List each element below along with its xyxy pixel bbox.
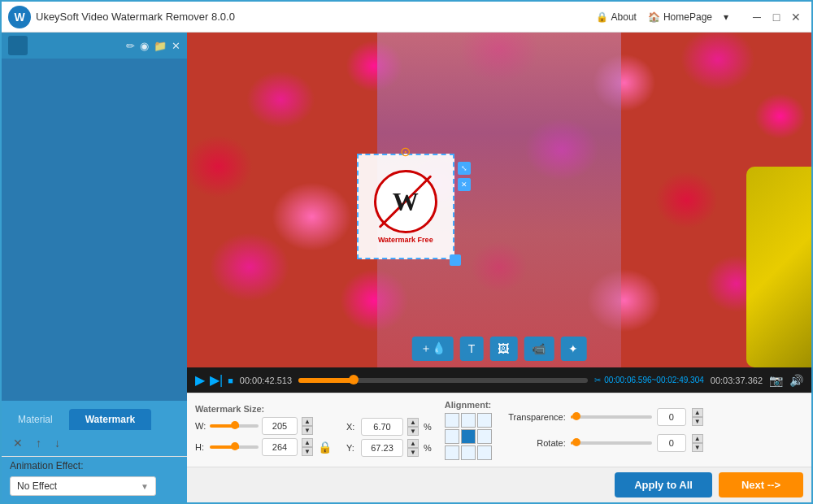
x-input[interactable] [361,418,403,436]
dropdown-button[interactable]: ▾ [724,11,728,23]
add-watermark-icon[interactable]: ＋💧 [412,337,454,361]
tab-material[interactable]: Material [2,409,69,430]
w-slider[interactable] [210,424,259,428]
rotate-slider[interactable] [571,441,652,445]
stop-button[interactable]: ■ [228,376,233,385]
h-slider[interactable] [210,445,259,449]
watermark-logo: W [373,169,438,234]
y-spin-up[interactable]: ▲ [407,439,419,448]
align-br[interactable] [477,445,492,460]
transparency-handle[interactable] [572,412,580,420]
align-bl[interactable] [445,445,459,460]
tab-watermark[interactable]: Watermark [69,409,152,430]
trans-spin-down[interactable]: ▼ [692,417,703,426]
y-unit: % [424,443,432,453]
image-watermark-icon[interactable]: 🖼 [489,337,517,361]
close-button[interactable]: ✕ [787,8,805,26]
x-spin-down[interactable]: ▼ [407,427,419,436]
wm-letter: W [393,187,419,217]
align-ml[interactable] [445,429,459,444]
h-input[interactable] [262,438,298,456]
y-label: Y: [346,443,358,453]
w-slider-handle[interactable] [231,421,239,429]
controls-row: ✕ ↑ ↓ [2,430,187,457]
rotate-spin-down[interactable]: ▼ [692,443,703,452]
h-spin-down[interactable]: ▼ [302,447,313,456]
camera-icon[interactable]: 📷 [769,374,783,387]
eye-icon[interactable]: ◉ [140,40,149,52]
next-button[interactable]: Next --> [719,472,803,497]
watermark-handle-icon: ⊙ [400,144,411,159]
w-label: W: [195,421,207,431]
about-button[interactable]: 🔒 About [596,11,637,23]
h-slider-handle[interactable] [231,442,239,450]
lock-icon[interactable]: 🔒 [318,441,332,454]
close-icon[interactable]: ✕ [172,40,180,52]
folder-icon[interactable]: 📁 [154,40,167,52]
chevron-down-icon: ▾ [724,11,728,23]
align-tl[interactable] [445,413,459,428]
rotate-label: Rotate: [505,438,566,448]
align-mc[interactable] [461,429,476,444]
wm-controls-row: Watermark Size: W: ▲ ▼ [195,400,803,460]
video-watermark-icon[interactable]: 📹 [524,337,554,361]
step-forward-button[interactable]: ▶| [210,372,223,388]
effect-dropdown[interactable]: No Effect ▼ [10,476,156,496]
y-input[interactable] [361,439,403,457]
tabs-row: Material Watermark [2,401,187,430]
x-unit: % [424,422,432,432]
align-tr[interactable] [477,413,492,428]
minimize-button[interactable]: ─ [748,8,766,26]
home-icon: 🏠 [648,11,660,23]
play-button[interactable]: ▶ [195,372,205,388]
seek-handle[interactable] [349,375,359,385]
maximize-button[interactable]: □ [767,8,785,26]
w-spin-down[interactable]: ▼ [302,426,313,435]
trans-spin-up[interactable]: ▲ [692,408,703,417]
watermark-overlay[interactable]: ⊙ W Watermark Free ⤡ ✕ [357,154,454,259]
h-spinbox: ▲ ▼ [302,438,313,456]
h-spin-up[interactable]: ▲ [302,438,313,447]
wm-resize-icon[interactable]: ⤡ [458,162,471,175]
wm-delete-icon[interactable]: ✕ [458,178,471,191]
align-mr[interactable] [477,429,492,444]
pen-icon[interactable]: ✏ [126,40,135,52]
wm-controls: Watermark Size: W: ▲ ▼ [187,393,811,467]
rotate-handle[interactable] [572,438,580,446]
w-spin-up[interactable]: ▲ [302,417,313,426]
x-spin-up[interactable]: ▲ [407,418,419,427]
width-row: W: ▲ ▼ [195,417,333,435]
transparency-input[interactable] [657,408,686,426]
app-logo: W [8,6,31,28]
watermark-resize-handle[interactable] [450,254,461,266]
apply-to-all-button[interactable]: Apply to All [615,472,712,497]
total-time: 00:03:37.362 [711,376,763,385]
lock-icon: 🔒 [596,11,608,23]
shape-icon[interactable]: ✦ [560,337,586,361]
up-button[interactable]: ↑ [33,435,45,451]
transparency-slider[interactable] [571,415,652,419]
watermark-box[interactable]: ⊙ W Watermark Free ⤡ ✕ [357,154,454,259]
homepage-button[interactable]: 🏠 HomePage [648,11,712,23]
x-label: X: [346,422,358,432]
size-section: Watermark Size: W: ▲ ▼ [195,404,333,456]
rotate-row: Rotate: ▲ ▼ [505,434,703,452]
y-row: Y: ▲ ▼ % [346,439,432,457]
delete-button[interactable]: ✕ [10,435,26,451]
h-label: H: [195,442,207,452]
seekbar[interactable] [298,378,588,383]
w-input[interactable] [262,417,298,435]
rotate-spin-up[interactable]: ▲ [692,434,703,443]
text-watermark-icon[interactable]: T [460,337,484,361]
volume-icon[interactable]: 🔊 [789,374,803,387]
rotate-input[interactable] [657,434,686,452]
y-spin-down[interactable]: ▼ [407,448,419,457]
align-bc[interactable] [461,445,476,460]
down-button[interactable]: ↓ [51,435,63,451]
wm-edit-icons: ⤡ ✕ [458,162,471,191]
align-tc[interactable] [461,413,476,428]
alignment-section: Alignment: [445,400,492,460]
dropdown-arrow-icon: ▼ [141,482,149,491]
video-area: ⊙ W Watermark Free ⤡ ✕ [187,33,811,502]
transparency-spinbox: ▲ ▼ [692,408,703,426]
